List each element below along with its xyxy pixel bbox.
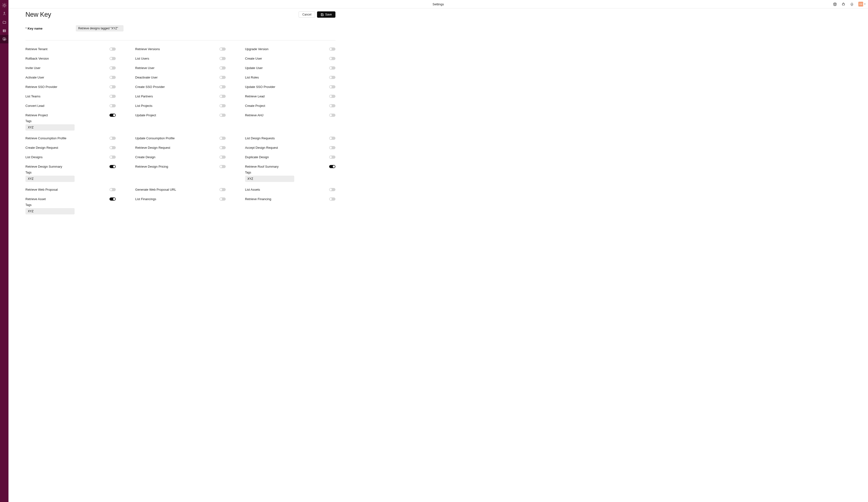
permission-toggle[interactable] <box>329 146 335 149</box>
tags-input[interactable] <box>25 124 75 131</box>
permission-label: Create Design <box>135 155 155 159</box>
permission-toggle[interactable] <box>110 57 116 60</box>
permission-toggle[interactable] <box>219 48 226 51</box>
permission-toggle[interactable] <box>329 85 335 89</box>
permission-row: Retrieve Design Summary <box>25 165 116 168</box>
tags-label: Tags <box>25 203 116 207</box>
permission-toggle[interactable] <box>329 57 335 60</box>
permission-toggle[interactable] <box>329 104 335 107</box>
sidebar-item-projects[interactable] <box>0 18 9 27</box>
permission-label: Generate Web Proposal URL <box>135 188 176 192</box>
permission-toggle[interactable] <box>329 165 335 168</box>
permission-row: Retrieve Project <box>25 113 116 117</box>
permission-row: Retrieve Web Proposal <box>25 188 116 192</box>
permission-label: List Projects <box>135 104 152 107</box>
permission-toggle[interactable] <box>329 197 335 201</box>
tags-input[interactable] <box>25 208 75 214</box>
permission-toggle[interactable] <box>219 95 226 98</box>
svg-point-20 <box>843 3 844 5</box>
svg-line-6 <box>5 6 6 7</box>
permission-toggle[interactable] <box>219 146 226 149</box>
permission-label: Update Consumption Profile <box>135 136 175 140</box>
permission-toggle[interactable] <box>110 146 116 149</box>
bell-icon[interactable] <box>850 2 854 6</box>
svg-point-15 <box>834 3 836 5</box>
permission-label: Retrieve SSO Provider <box>25 85 58 89</box>
permission-row: Retrieve Consumption Profile <box>25 136 116 140</box>
permission-toggle[interactable] <box>110 188 116 191</box>
permission-label: List Designs <box>25 155 43 159</box>
permission-toggle[interactable] <box>329 114 335 117</box>
permission-toggle[interactable] <box>110 104 116 107</box>
permission-toggle[interactable] <box>329 66 335 70</box>
permission-item: Retrieve ProjectTags <box>25 113 116 136</box>
permission-toggle[interactable] <box>219 76 226 79</box>
permission-toggle[interactable] <box>110 197 116 201</box>
permission-item: Retrieve AssetTags <box>25 197 116 220</box>
permission-label: Convert Lead <box>25 104 44 107</box>
sidebar-item-database[interactable] <box>0 27 9 35</box>
permission-label: Create Design Request <box>25 146 58 150</box>
permission-toggle[interactable] <box>219 85 226 89</box>
permission-label: Retrieve Project <box>25 113 48 117</box>
permission-toggle[interactable] <box>110 137 116 140</box>
sidebar-item-settings[interactable] <box>0 35 9 43</box>
permission-toggle[interactable] <box>219 165 226 168</box>
permission-item: Retrieve Versions <box>135 47 226 57</box>
help-icon[interactable] <box>833 2 837 6</box>
svg-line-26 <box>844 5 845 5</box>
permission-toggle[interactable] <box>219 188 226 191</box>
permission-toggle[interactable] <box>110 95 116 98</box>
save-button[interactable]: Save <box>317 11 335 18</box>
permission-row: List Assets <box>245 188 335 192</box>
permission-row: Activate User <box>25 75 116 79</box>
permission-toggle[interactable] <box>329 95 335 98</box>
key-name-input[interactable] <box>76 25 124 31</box>
permission-item: Generate Web Proposal URL <box>135 188 226 197</box>
permission-toggle[interactable] <box>219 114 226 117</box>
permission-toggle[interactable] <box>219 66 226 70</box>
permission-toggle[interactable] <box>110 66 116 70</box>
bug-icon[interactable] <box>841 2 846 6</box>
permission-toggle[interactable] <box>110 85 116 89</box>
permission-label: Retrieve Roof Summary <box>245 165 279 168</box>
permission-label: Retrieve Financing <box>245 197 271 201</box>
user-menu[interactable]: AM <box>858 2 866 7</box>
permission-item: Update Project <box>135 113 226 123</box>
permission-toggle[interactable] <box>110 76 116 79</box>
permission-toggle[interactable] <box>110 165 116 168</box>
sidebar-item-leads[interactable] <box>0 9 9 18</box>
permission-toggle[interactable] <box>219 57 226 60</box>
permission-toggle[interactable] <box>329 76 335 79</box>
permission-toggle[interactable] <box>219 155 226 159</box>
permission-toggle[interactable] <box>110 155 116 159</box>
permission-toggle[interactable] <box>219 137 226 140</box>
permission-label: Retrieve Design Pricing <box>135 165 168 168</box>
cancel-button[interactable]: Cancel <box>299 11 315 18</box>
tags-input[interactable] <box>25 176 75 182</box>
permission-row: Accept Design Request <box>245 146 335 150</box>
permission-item: Duplicate Design <box>245 155 335 165</box>
permission-row: Update Consumption Profile <box>135 136 226 140</box>
permission-toggle[interactable] <box>329 137 335 140</box>
permission-row: Create User <box>245 57 335 60</box>
permission-item: Invite User <box>25 66 116 75</box>
permission-toggle[interactable] <box>219 197 226 201</box>
permission-toggle[interactable] <box>110 48 116 51</box>
permission-label: Invite User <box>25 66 40 70</box>
permission-label: Update Project <box>135 113 156 117</box>
permission-toggle[interactable] <box>219 104 226 107</box>
permission-toggle[interactable] <box>110 114 116 117</box>
permission-toggle[interactable] <box>329 48 335 51</box>
tags-input[interactable] <box>245 176 294 182</box>
logo-icon[interactable] <box>0 1 9 9</box>
permission-label: Retrieve Design Summary <box>25 165 62 168</box>
permission-toggle[interactable] <box>329 188 335 191</box>
permission-label: List Roles <box>245 75 259 79</box>
permission-label: Update User <box>245 66 263 70</box>
permission-toggle[interactable] <box>329 155 335 159</box>
permission-row: Rollback Version <box>25 57 116 60</box>
permission-label: Duplicate Design <box>245 155 269 159</box>
permission-label: Create SSO Provider <box>135 85 165 89</box>
permission-item: Update SSO Provider <box>245 85 335 94</box>
